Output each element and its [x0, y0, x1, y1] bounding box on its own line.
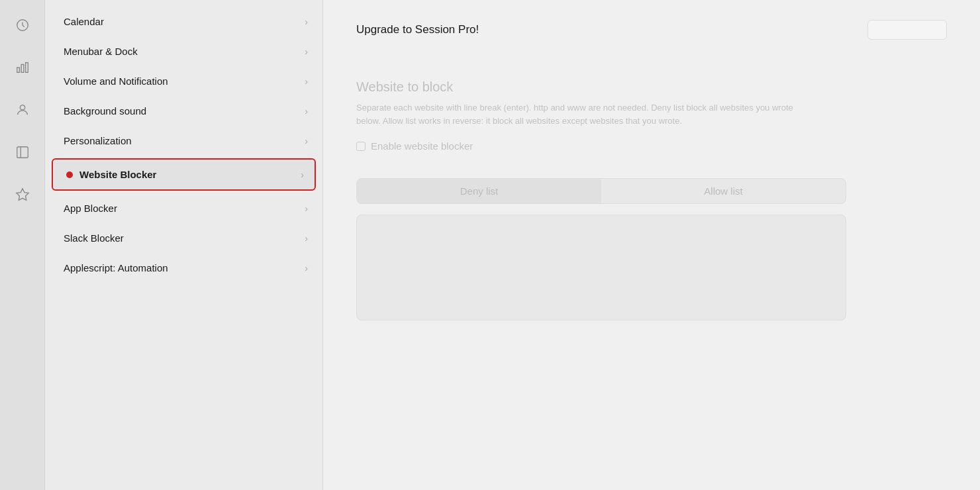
sidebar-item-left-app-blocker: App Blocker — [64, 203, 117, 214]
svg-rect-2 — [21, 64, 24, 72]
enable-blocker-checkbox[interactable] — [356, 142, 366, 151]
chevron-icon-slack-blocker: › — [305, 233, 308, 244]
sidebar-item-app-blocker[interactable]: App Blocker› — [45, 193, 322, 223]
svg-point-4 — [20, 105, 24, 110]
icon-sidebar — [0, 0, 45, 490]
profile-icon[interactable] — [11, 98, 34, 122]
upgrade-title: Upgrade to Session Pro! — [356, 23, 479, 36]
sidebar-item-left-website-blocker: Website Blocker — [66, 169, 156, 180]
sidebar-item-label-personalization: Personalization — [64, 135, 132, 146]
chevron-icon-personalization: › — [305, 136, 308, 146]
list-toggle: Deny list Allow list — [356, 178, 846, 204]
sidebar-item-label-website-blocker: Website Blocker — [79, 169, 156, 180]
enable-blocker-label: Enable website blocker — [371, 140, 473, 152]
chevron-icon-volume-notification: › — [305, 76, 308, 87]
sidebar-item-applescript[interactable]: Applescript: Automation› — [45, 253, 322, 283]
sidebar-item-left-personalization: Personalization — [64, 135, 132, 146]
sidebar-item-label-app-blocker: App Blocker — [64, 203, 117, 214]
sidebar-item-slack-blocker[interactable]: Slack Blocker› — [45, 223, 322, 253]
sidebar-item-label-background-sound: Background sound — [64, 105, 146, 117]
sidebar-item-label-calendar: Calendar — [64, 16, 104, 27]
upgrade-button[interactable] — [867, 20, 947, 40]
svg-rect-1 — [17, 68, 19, 72]
enable-blocker-row: Enable website blocker — [356, 140, 947, 152]
chevron-icon-app-blocker: › — [305, 203, 308, 214]
sidebar-item-left-slack-blocker: Slack Blocker — [64, 232, 124, 244]
menu-sidebar: Calendar›Menubar & Dock›Volume and Notif… — [45, 0, 323, 490]
stats-icon[interactable] — [11, 56, 34, 79]
svg-rect-3 — [25, 63, 28, 73]
book-icon[interactable] — [11, 140, 34, 164]
chevron-icon-calendar: › — [305, 17, 308, 27]
sidebar-item-left-applescript: Applescript: Automation — [64, 262, 168, 273]
clock-icon[interactable] — [11, 13, 34, 37]
sidebar-item-label-volume-notification: Volume and Notification — [64, 75, 168, 87]
chevron-icon-website-blocker: › — [301, 170, 304, 180]
svg-rect-5 — [17, 147, 28, 158]
sidebar-item-background-sound[interactable]: Background sound› — [45, 96, 322, 126]
chevron-icon-background-sound: › — [305, 106, 308, 117]
star-icon[interactable] — [11, 183, 34, 207]
main-content: Upgrade to Session Pro! Website to block… — [323, 0, 980, 490]
sidebar-item-website-blocker[interactable]: Website Blocker› — [52, 158, 316, 191]
chevron-icon-applescript: › — [305, 263, 308, 273]
sidebar-item-volume-notification[interactable]: Volume and Notification› — [45, 66, 322, 96]
sidebar-item-label-slack-blocker: Slack Blocker — [64, 232, 124, 244]
chevron-icon-menubar-dock: › — [305, 46, 308, 57]
website-textarea[interactable] — [356, 215, 846, 320]
sidebar-item-menubar-dock[interactable]: Menubar & Dock› — [45, 36, 322, 66]
website-block-description: Separate each website with line break (e… — [356, 101, 807, 127]
allow-list-button[interactable]: Allow list — [601, 179, 846, 203]
website-block-title: Website to block — [356, 79, 947, 95]
sidebar-item-left-menubar-dock: Menubar & Dock — [64, 46, 138, 57]
sidebar-item-left-volume-notification: Volume and Notification — [64, 75, 168, 87]
sidebar-item-personalization[interactable]: Personalization› — [45, 126, 322, 156]
sidebar-item-left-calendar: Calendar — [64, 16, 104, 27]
sidebar-item-label-applescript: Applescript: Automation — [64, 262, 168, 273]
website-block-section: Website to block Separate each website w… — [356, 79, 947, 152]
sidebar-item-label-menubar-dock: Menubar & Dock — [64, 46, 138, 57]
active-dot-indicator — [66, 172, 73, 178]
deny-list-button[interactable]: Deny list — [357, 179, 601, 203]
sidebar-item-left-background-sound: Background sound — [64, 105, 146, 117]
sidebar-item-calendar[interactable]: Calendar› — [45, 7, 322, 36]
upgrade-bar: Upgrade to Session Pro! — [356, 20, 947, 40]
svg-marker-7 — [16, 189, 28, 200]
